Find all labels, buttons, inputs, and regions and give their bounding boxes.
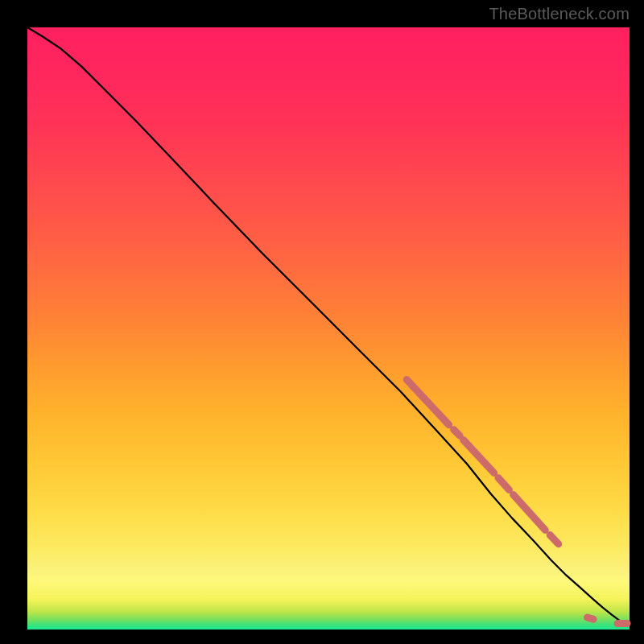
chart-stage: TheBottleneck.com <box>0 0 644 644</box>
dash-segment <box>588 617 593 619</box>
bottleneck-curve <box>27 27 630 625</box>
dash-segment <box>464 440 494 473</box>
dashed-overlay <box>407 380 627 624</box>
dash-segment <box>550 535 558 544</box>
dash-segment <box>498 478 509 490</box>
chart-svg <box>27 27 630 630</box>
dash-segment <box>407 380 448 425</box>
dash-segment <box>454 430 460 436</box>
plot-area <box>27 27 630 630</box>
watermark-label: TheBottleneck.com <box>489 5 630 23</box>
